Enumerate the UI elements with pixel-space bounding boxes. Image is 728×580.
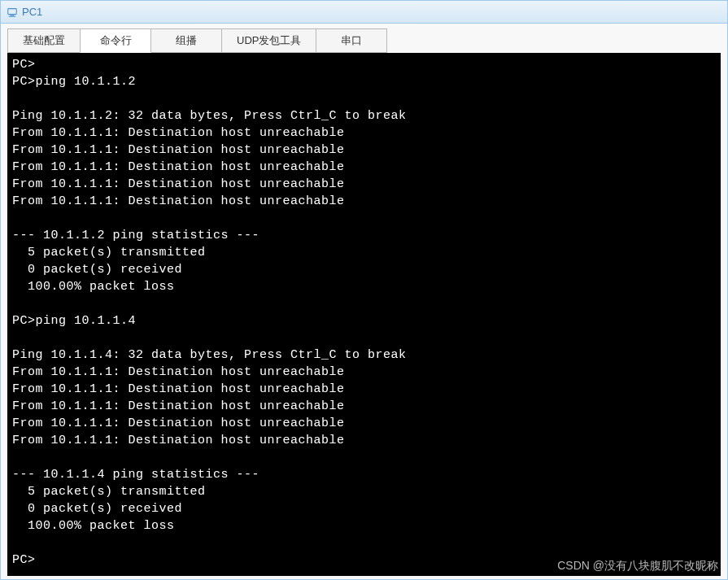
svg-rect-2: [9, 15, 16, 16]
pc-icon: [6, 6, 19, 19]
tab-command-line[interactable]: 命令行: [80, 28, 151, 53]
tab-udp-tool[interactable]: UDP发包工具: [221, 28, 316, 53]
svg-rect-1: [10, 15, 14, 15]
tab-basic-config[interactable]: 基础配置: [7, 28, 81, 53]
window-title: PC1: [22, 6, 42, 18]
title-bar[interactable]: PC1: [1, 1, 727, 24]
terminal-output[interactable]: PC> PC>ping 10.1.1.2 Ping 10.1.1.2: 32 d…: [7, 53, 721, 576]
tab-serial[interactable]: 串口: [316, 28, 387, 53]
tab-multicast[interactable]: 组播: [150, 28, 222, 53]
app-window: PC1 基础配置 命令行 组播 UDP发包工具 串口 PC> PC>ping 1…: [0, 0, 728, 580]
svg-rect-0: [8, 8, 17, 14]
tab-bar: 基础配置 命令行 组播 UDP发包工具 串口: [1, 24, 727, 53]
